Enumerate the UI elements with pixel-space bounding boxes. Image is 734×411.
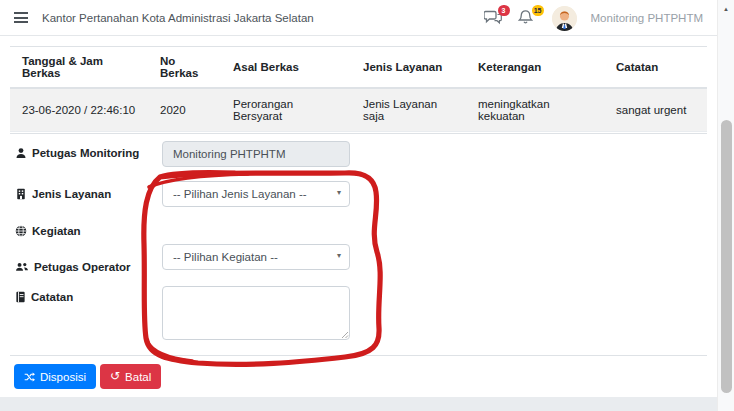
petugas-operator-label: Petugas Operator (15, 261, 131, 273)
users-icon (15, 261, 29, 273)
undo-icon: ↺ (110, 370, 120, 382)
table-row: 23-06-2020 / 22:46:10 2020 Perorangan Be… (10, 88, 707, 132)
app-title: Kantor Pertanahan Kota Administrasi Jaka… (42, 12, 314, 24)
divider-top (10, 133, 707, 134)
kegiatan-label: Kegiatan (15, 225, 81, 237)
petugas-monitoring-input[interactable] (162, 141, 350, 167)
col-header-no-berkas: No Berkas (148, 47, 221, 89)
jenis-layanan-select[interactable]: -- Pilihan Jenis Layanan -- ▾ (162, 181, 350, 207)
page-background-strip (0, 397, 717, 411)
notifications-bell-icon[interactable]: 15 (518, 9, 538, 27)
cell-asal-berkas: Perorangan Bersyarat (221, 88, 351, 132)
chevron-down-icon: ▾ (337, 181, 341, 205)
user-name-label[interactable]: Monitoring PHTPHTM (591, 12, 703, 24)
notifications-badge: 15 (532, 5, 544, 16)
table-header-row: Tanggal & Jam Berkas No Berkas Asal Berk… (10, 47, 707, 89)
notebook-icon (15, 291, 26, 303)
cell-tanggal: 23-06-2020 / 22:46:10 (10, 88, 148, 132)
batal-button[interactable]: ↺ Batal (100, 364, 161, 389)
kegiatan-select[interactable]: -- Pilihan Kegiatan -- ▾ (162, 244, 350, 270)
navbar-right: 3 15 Monitoring PHTPHTM (484, 0, 703, 36)
cell-keterangan: meningkatkan kekuatan (466, 88, 604, 132)
divider-bottom (10, 355, 707, 356)
scroll-up-arrow-icon[interactable]: ▲ (718, 6, 734, 12)
cell-jenis-layanan: Jenis Layanan saja (351, 88, 466, 132)
cell-catatan: sangat urgent (604, 88, 707, 132)
disposisi-button[interactable]: Disposisi (14, 364, 96, 389)
petugas-monitoring-label: Petugas Monitoring (15, 147, 139, 159)
building-icon (15, 188, 27, 200)
catatan-label: Catatan (15, 291, 73, 303)
catatan-textarea[interactable] (162, 286, 350, 340)
top-navbar: Kantor Pertanahan Kota Administrasi Jaka… (0, 0, 717, 36)
cell-no-berkas: 2020 (148, 88, 221, 132)
jenis-layanan-label: Jenis Layanan (15, 188, 111, 200)
scrollbar-thumb[interactable] (721, 120, 732, 393)
chevron-down-icon: ▾ (337, 244, 341, 268)
messages-icon[interactable]: 3 (484, 9, 504, 27)
berkas-table: Tanggal & Jam Berkas No Berkas Asal Berk… (10, 46, 707, 132)
user-avatar[interactable] (552, 6, 577, 31)
vertical-scrollbar[interactable]: ▲ (717, 0, 734, 411)
col-header-tanggal: Tanggal & Jam Berkas (10, 47, 148, 89)
col-header-asal-berkas: Asal Berkas (221, 47, 351, 89)
shuffle-icon (24, 372, 35, 382)
col-header-catatan: Catatan (604, 47, 707, 89)
menu-icon[interactable] (14, 10, 30, 26)
app-page: Kantor Pertanahan Kota Administrasi Jaka… (0, 0, 734, 411)
messages-badge: 3 (498, 5, 510, 16)
globe-icon (15, 225, 27, 237)
user-icon (15, 147, 27, 159)
col-header-jenis-layanan: Jenis Layanan (351, 47, 466, 89)
col-header-keterangan: Keterangan (466, 47, 604, 89)
